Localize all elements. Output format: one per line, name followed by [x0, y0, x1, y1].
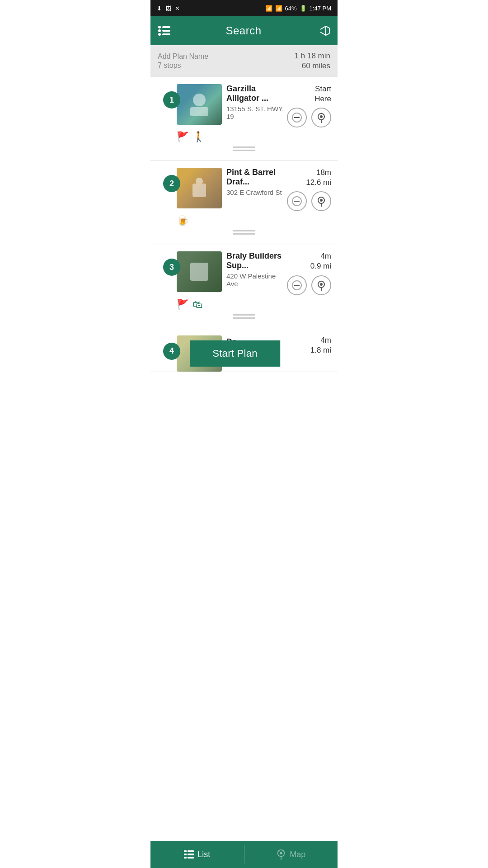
svg-point-14 [320, 115, 323, 118]
plan-info-bar: Add Plan Name 7 stops 1 h 18 min 60 mile… [150, 45, 338, 77]
flag-icon-1: 🚩 [177, 131, 189, 143]
svg-point-17 [196, 178, 203, 185]
plan-stops: 7 stops [158, 61, 208, 70]
svg-rect-30 [184, 850, 187, 852]
battery-icon: 🔋 [300, 5, 307, 12]
stop-address-1: 13155 S. ST. HWY. 19 [226, 105, 287, 120]
drag-handle-2[interactable] [157, 226, 331, 236]
svg-rect-16 [192, 184, 206, 197]
status-left: ⬇ 🖼 ✕ [157, 5, 180, 12]
stop-icons-2: 🍺 [177, 215, 331, 226]
download-icon: ⬇ [157, 5, 162, 12]
stop-remove-btn-2[interactable] [287, 191, 307, 211]
stop-address-2: 302 E Crawford St [226, 189, 287, 196]
stop-badge-1: 1 [163, 91, 180, 108]
stop-name-2: Pint & Barrel Draf... [226, 168, 287, 187]
svg-rect-32 [184, 854, 187, 855]
svg-rect-1 [162, 26, 170, 28]
start-plan-button[interactable]: Start Plan [190, 340, 280, 367]
stop-location-btn-2[interactable] [311, 191, 331, 211]
svg-line-6 [326, 26, 329, 28]
menu-button[interactable] [158, 25, 170, 36]
svg-point-2 [158, 29, 161, 32]
stop-distance-1: Start Here [314, 84, 331, 104]
plan-distance: 60 miles [295, 61, 330, 71]
stop-actions-2: 18m 12.6 mi [287, 168, 331, 211]
wifi-icon: 📶 [265, 5, 272, 12]
svg-rect-3 [162, 30, 170, 32]
share-button[interactable] [317, 24, 330, 38]
clock-time: 1:47 PM [310, 5, 331, 12]
flag-icon-3: 🚩 [177, 299, 189, 311]
stop-item-4: 4 Da... 4205 N Link St 4m 1.8 mi Start P… [150, 328, 338, 372]
stop-icons-3: 🚩 🛍 [177, 299, 331, 311]
plan-duration: 1 h 18 min [295, 52, 330, 61]
svg-rect-34 [184, 857, 187, 859]
image-icon: 🖼 [165, 5, 171, 12]
svg-rect-35 [188, 857, 194, 859]
svg-rect-10 [190, 107, 208, 116]
stop-item-3: 3 Braly Builders Sup... 420 W Palestine … [150, 244, 338, 328]
nav-map-label: Map [290, 850, 305, 859]
stop-address-3: 420 W Palestine Ave [226, 272, 287, 288]
bag-icon-3: 🛍 [192, 299, 202, 311]
bottom-nav: List Map [150, 841, 338, 868]
drag-handle-3[interactable] [157, 311, 331, 321]
svg-point-21 [320, 199, 323, 202]
status-right: 📶 📶 64% 🔋 1:47 PM [265, 5, 331, 12]
stop-location-btn-3[interactable] [311, 275, 331, 295]
svg-rect-33 [188, 854, 194, 855]
stop-icons-1: 🚩 🚶 [177, 131, 331, 143]
nav-list-button[interactable]: List [150, 841, 244, 868]
svg-point-27 [320, 283, 323, 286]
stop-badge-4: 4 [163, 343, 180, 360]
nav-list-label: List [197, 850, 210, 859]
stop-distance-4: 4m 1.8 mi [310, 335, 331, 355]
plan-left: Add Plan Name 7 stops [158, 52, 208, 70]
stop-actions-4: 4m 1.8 mi [310, 335, 331, 355]
stop-location-btn-1[interactable] [311, 108, 331, 127]
stop-badge-2: 2 [163, 175, 180, 192]
svg-rect-5 [162, 33, 170, 35]
stop-distance-2: 18m 12.6 mi [306, 168, 331, 188]
stop-actions-1: Start Here [287, 84, 331, 127]
status-bar: ⬇ 🖼 ✕ 📶 📶 64% 🔋 1:47 PM [150, 0, 338, 16]
header-title: Search [225, 24, 261, 37]
svg-point-0 [158, 26, 161, 28]
stop-actions-3: 4m 0.9 mi [287, 251, 331, 295]
stop-distance-3: 4m 0.9 mi [310, 251, 331, 271]
beer-icon-2: 🍺 [177, 215, 189, 226]
svg-rect-23 [190, 263, 208, 281]
plan-name-label: Add Plan Name [158, 52, 208, 61]
stop-item-2: 2 Pint & Barrel Draf... 302 E Crawford S… [150, 160, 338, 244]
stop-remove-btn-3[interactable] [287, 275, 307, 295]
plan-right: 1 h 18 min 60 miles [295, 52, 330, 71]
signal-icon: 📶 [275, 5, 282, 12]
svg-point-37 [280, 852, 282, 854]
stop-name-3: Braly Builders Sup... [226, 251, 287, 270]
nav-map-button[interactable]: Map [244, 841, 338, 868]
app-header: Search [150, 16, 338, 45]
drag-handle-1[interactable] [157, 143, 331, 153]
battery-percent: 64% [285, 5, 297, 12]
close-icon: ✕ [175, 5, 180, 12]
svg-point-4 [158, 33, 161, 36]
stop-item-1: 1 Garzilla Alligator ... 13155 S. ST. HW… [150, 77, 338, 160]
stop-name-1: Garzilla Alligator ... [226, 84, 287, 103]
stop-remove-btn-1[interactable] [287, 108, 307, 127]
hike-icon-1: 🚶 [192, 131, 205, 143]
svg-point-9 [193, 94, 206, 106]
svg-rect-31 [188, 850, 194, 852]
svg-line-7 [326, 33, 329, 35]
